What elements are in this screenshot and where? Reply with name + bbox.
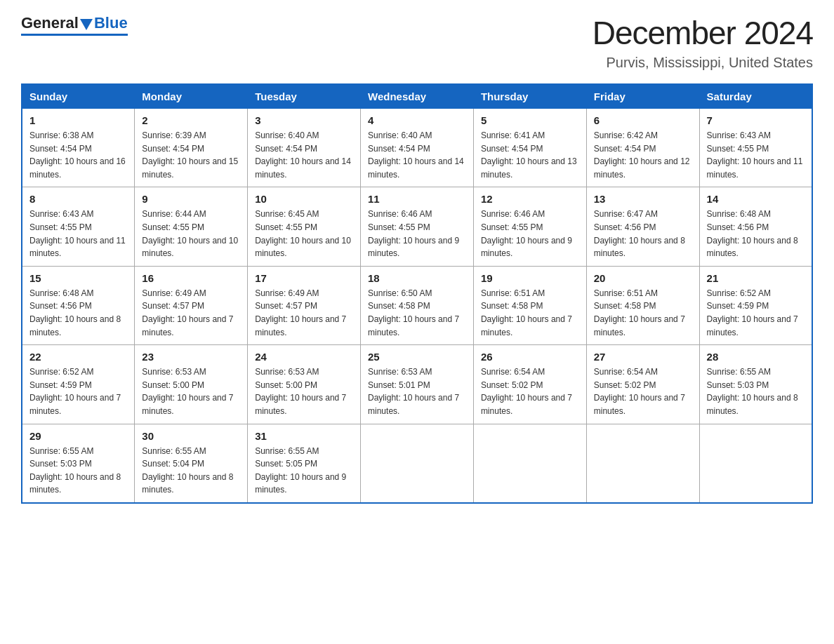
day-number: 24 xyxy=(255,351,353,363)
calendar-cell: 12 Sunrise: 6:46 AMSunset: 4:55 PMDaylig… xyxy=(473,187,586,266)
day-number: 9 xyxy=(142,193,240,205)
day-info: Sunrise: 6:55 AMSunset: 5:03 PMDaylight:… xyxy=(707,367,798,416)
calendar-cell: 22 Sunrise: 6:52 AMSunset: 4:59 PMDaylig… xyxy=(22,345,135,424)
calendar-cell: 4 Sunrise: 6:40 AMSunset: 4:54 PMDayligh… xyxy=(361,109,474,187)
day-number: 19 xyxy=(481,272,579,284)
day-number: 8 xyxy=(29,193,127,205)
day-number: 3 xyxy=(255,114,353,126)
calendar-cell: 18 Sunrise: 6:50 AMSunset: 4:58 PMDaylig… xyxy=(361,266,474,344)
day-info: Sunrise: 6:51 AMSunset: 4:58 PMDaylight:… xyxy=(594,288,685,337)
day-info: Sunrise: 6:54 AMSunset: 5:02 PMDaylight:… xyxy=(594,367,685,416)
calendar-cell: 25 Sunrise: 6:53 AMSunset: 5:01 PMDaylig… xyxy=(361,345,474,424)
calendar-cell xyxy=(361,424,474,503)
day-number: 17 xyxy=(255,272,353,284)
day-number: 2 xyxy=(142,114,240,126)
title-area: December 2024 Purvis, Mississippi, Unite… xyxy=(593,14,813,71)
day-number: 15 xyxy=(29,272,127,284)
calendar-cell xyxy=(586,424,699,503)
day-info: Sunrise: 6:45 AMSunset: 4:55 PMDaylight:… xyxy=(255,209,351,258)
day-info: Sunrise: 6:48 AMSunset: 4:56 PMDaylight:… xyxy=(707,209,798,258)
calendar-cell: 2 Sunrise: 6:39 AMSunset: 4:54 PMDayligh… xyxy=(135,109,248,187)
day-number: 5 xyxy=(481,114,579,126)
day-number: 16 xyxy=(142,272,240,284)
day-number: 29 xyxy=(29,430,127,442)
calendar-week-row: 1 Sunrise: 6:38 AMSunset: 4:54 PMDayligh… xyxy=(22,109,812,187)
calendar-cell: 1 Sunrise: 6:38 AMSunset: 4:54 PMDayligh… xyxy=(22,109,135,187)
calendar-cell: 29 Sunrise: 6:55 AMSunset: 5:03 PMDaylig… xyxy=(22,424,135,503)
day-number: 22 xyxy=(29,351,127,363)
day-info: Sunrise: 6:53 AMSunset: 5:00 PMDaylight:… xyxy=(255,367,346,416)
day-info: Sunrise: 6:46 AMSunset: 4:55 PMDaylight:… xyxy=(368,209,459,258)
day-number: 25 xyxy=(368,351,466,363)
day-number: 13 xyxy=(594,193,692,205)
day-info: Sunrise: 6:50 AMSunset: 4:58 PMDaylight:… xyxy=(368,288,459,337)
col-header-tuesday: Tuesday xyxy=(248,84,361,109)
day-number: 4 xyxy=(368,114,466,126)
logo: General Blue xyxy=(21,14,128,36)
calendar-body: 1 Sunrise: 6:38 AMSunset: 4:54 PMDayligh… xyxy=(22,109,812,503)
calendar-week-row: 8 Sunrise: 6:43 AMSunset: 4:55 PMDayligh… xyxy=(22,187,812,266)
day-info: Sunrise: 6:51 AMSunset: 4:58 PMDaylight:… xyxy=(481,288,572,337)
calendar-cell: 7 Sunrise: 6:43 AMSunset: 4:55 PMDayligh… xyxy=(699,109,812,187)
calendar-cell: 9 Sunrise: 6:44 AMSunset: 4:55 PMDayligh… xyxy=(135,187,248,266)
calendar-cell: 11 Sunrise: 6:46 AMSunset: 4:55 PMDaylig… xyxy=(361,187,474,266)
day-number: 28 xyxy=(707,351,805,363)
col-header-wednesday: Wednesday xyxy=(361,84,474,109)
col-header-monday: Monday xyxy=(135,84,248,109)
col-header-sunday: Sunday xyxy=(22,84,135,109)
day-info: Sunrise: 6:39 AMSunset: 4:54 PMDaylight:… xyxy=(142,130,238,180)
calendar-cell: 3 Sunrise: 6:40 AMSunset: 4:54 PMDayligh… xyxy=(248,109,361,187)
day-number: 31 xyxy=(255,430,353,442)
calendar-week-row: 22 Sunrise: 6:52 AMSunset: 4:59 PMDaylig… xyxy=(22,345,812,424)
day-number: 18 xyxy=(368,272,466,284)
day-number: 23 xyxy=(142,351,240,363)
col-header-thursday: Thursday xyxy=(473,84,586,109)
calendar-table: SundayMondayTuesdayWednesdayThursdayFrid… xyxy=(21,83,813,504)
calendar-cell: 13 Sunrise: 6:47 AMSunset: 4:56 PMDaylig… xyxy=(586,187,699,266)
calendar-cell: 21 Sunrise: 6:52 AMSunset: 4:59 PMDaylig… xyxy=(699,266,812,344)
calendar-cell: 15 Sunrise: 6:48 AMSunset: 4:56 PMDaylig… xyxy=(22,266,135,344)
logo-general-text: General xyxy=(21,14,79,32)
calendar-cell: 17 Sunrise: 6:49 AMSunset: 4:57 PMDaylig… xyxy=(248,266,361,344)
day-info: Sunrise: 6:53 AMSunset: 5:00 PMDaylight:… xyxy=(142,367,233,416)
day-info: Sunrise: 6:41 AMSunset: 4:54 PMDaylight:… xyxy=(481,130,577,180)
calendar-cell: 26 Sunrise: 6:54 AMSunset: 5:02 PMDaylig… xyxy=(473,345,586,424)
calendar-cell: 24 Sunrise: 6:53 AMSunset: 5:00 PMDaylig… xyxy=(248,345,361,424)
logo-blue-text: Blue xyxy=(94,14,128,32)
calendar-week-row: 15 Sunrise: 6:48 AMSunset: 4:56 PMDaylig… xyxy=(22,266,812,344)
day-info: Sunrise: 6:38 AMSunset: 4:54 PMDaylight:… xyxy=(29,130,126,180)
calendar-cell xyxy=(473,424,586,503)
day-number: 10 xyxy=(255,193,353,205)
calendar-cell: 16 Sunrise: 6:49 AMSunset: 4:57 PMDaylig… xyxy=(135,266,248,344)
calendar-cell: 30 Sunrise: 6:55 AMSunset: 5:04 PMDaylig… xyxy=(135,424,248,503)
day-info: Sunrise: 6:53 AMSunset: 5:01 PMDaylight:… xyxy=(368,367,459,416)
day-info: Sunrise: 6:55 AMSunset: 5:05 PMDaylight:… xyxy=(255,446,346,495)
calendar-cell: 28 Sunrise: 6:55 AMSunset: 5:03 PMDaylig… xyxy=(699,345,812,424)
calendar-cell xyxy=(699,424,812,503)
day-info: Sunrise: 6:52 AMSunset: 4:59 PMDaylight:… xyxy=(707,288,798,337)
day-info: Sunrise: 6:52 AMSunset: 4:59 PMDaylight:… xyxy=(29,367,121,416)
day-info: Sunrise: 6:42 AMSunset: 4:54 PMDaylight:… xyxy=(594,130,690,180)
col-header-saturday: Saturday xyxy=(699,84,812,109)
day-number: 7 xyxy=(707,114,805,126)
calendar-cell: 20 Sunrise: 6:51 AMSunset: 4:58 PMDaylig… xyxy=(586,266,699,344)
day-info: Sunrise: 6:49 AMSunset: 4:57 PMDaylight:… xyxy=(255,288,346,337)
day-info: Sunrise: 6:43 AMSunset: 4:55 PMDaylight:… xyxy=(707,130,803,180)
day-number: 11 xyxy=(368,193,466,205)
calendar-cell: 8 Sunrise: 6:43 AMSunset: 4:55 PMDayligh… xyxy=(22,187,135,266)
page-header: General Blue December 2024 Purvis, Missi… xyxy=(21,14,813,71)
day-info: Sunrise: 6:55 AMSunset: 5:03 PMDaylight:… xyxy=(29,446,121,495)
day-info: Sunrise: 6:44 AMSunset: 4:55 PMDaylight:… xyxy=(142,209,238,258)
day-info: Sunrise: 6:49 AMSunset: 4:57 PMDaylight:… xyxy=(142,288,233,337)
day-info: Sunrise: 6:43 AMSunset: 4:55 PMDaylight:… xyxy=(29,209,126,258)
calendar-cell: 6 Sunrise: 6:42 AMSunset: 4:54 PMDayligh… xyxy=(586,109,699,187)
day-info: Sunrise: 6:48 AMSunset: 4:56 PMDaylight:… xyxy=(29,288,121,337)
calendar-week-row: 29 Sunrise: 6:55 AMSunset: 5:03 PMDaylig… xyxy=(22,424,812,503)
day-number: 26 xyxy=(481,351,579,363)
location-text: Purvis, Mississippi, United States xyxy=(593,55,813,71)
logo-triangle-icon xyxy=(80,19,93,30)
day-info: Sunrise: 6:46 AMSunset: 4:55 PMDaylight:… xyxy=(481,209,572,258)
day-number: 6 xyxy=(594,114,692,126)
day-number: 12 xyxy=(481,193,579,205)
day-number: 21 xyxy=(707,272,805,284)
